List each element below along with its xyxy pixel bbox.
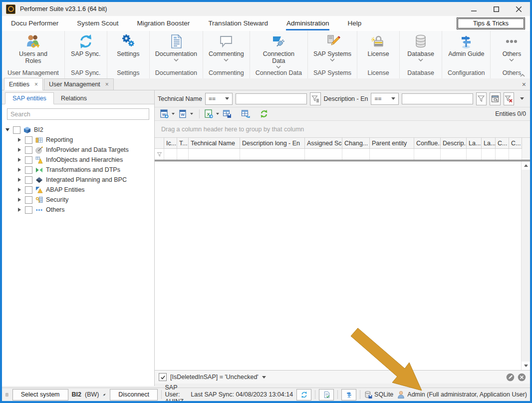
save-grid-layout-button[interactable]: [222, 108, 240, 119]
tree-checkbox[interactable]: [13, 126, 20, 134]
open-word-button[interactable]: [177, 108, 196, 119]
vertical-scrollbar[interactable]: [521, 161, 530, 370]
menu-item-translation-steward[interactable]: Translation Steward: [208, 17, 268, 30]
current-user-status[interactable]: Admin (Full administrator, Application U…: [397, 391, 527, 399]
filter-apply2-button[interactable]: [476, 92, 487, 105]
close-button[interactable]: [508, 2, 530, 16]
grid-filter-cell-assigned-sce[interactable]: [305, 149, 342, 160]
filter-value1-input[interactable]: [236, 93, 307, 104]
tabstrip-close-icon[interactable]: ×: [522, 80, 526, 88]
tree-item-infoprovider-and-data-targets[interactable]: InfoProvider and Data Targets: [2, 145, 154, 155]
database-status[interactable]: SQLite: [364, 391, 393, 399]
tips-and-tricks-button[interactable]: Tips & Tricks: [457, 17, 525, 29]
filter-value2-input[interactable]: [402, 93, 473, 104]
tree-checkbox[interactable]: [25, 146, 32, 154]
grid-filter-cell-description-long-en[interactable]: [240, 149, 305, 160]
ribbon-button-others[interactable]: Others Others: [491, 31, 532, 78]
grid-column-header-t[interactable]: T...: [177, 138, 189, 149]
tree-item-reporting[interactable]: Reporting: [2, 135, 154, 145]
grid-column-header-blank[interactable]: [155, 138, 164, 149]
ribbon-button-sap-systems[interactable]: SAP Systems SAP Systems: [308, 31, 357, 78]
export-excel-button[interactable]: [203, 108, 222, 119]
load-grid-layout-button[interactable]: [240, 108, 259, 119]
filter-dialog-button[interactable]: [490, 92, 500, 105]
chevron-down-icon[interactable]: [190, 113, 193, 115]
grid-filter-cell-chang[interactable]: [342, 149, 370, 160]
grid-filter-cell-technical-name[interactable]: [189, 149, 240, 160]
tree-expander-icon[interactable]: [18, 208, 21, 212]
tree-checkbox[interactable]: [25, 166, 32, 174]
filter-expression-chevron-icon[interactable]: [262, 376, 266, 379]
toolbar-separator[interactable]: [196, 108, 203, 119]
grid-filter-cell-c[interactable]: [496, 149, 509, 160]
group-by-bar[interactable]: Drag a column header here to group by th…: [155, 121, 530, 138]
grid-filter-cell-la[interactable]: [467, 149, 482, 160]
grid-column-header-c[interactable]: C...: [509, 138, 522, 149]
ribbon-button-license[interactable]: License License: [357, 31, 400, 78]
tree-checkbox[interactable]: [25, 206, 32, 214]
tree-expander-icon[interactable]: [18, 148, 21, 152]
menu-item-system-scout[interactable]: System Scout: [76, 17, 119, 30]
grid-column-header-assigned-sce[interactable]: Assigned Sce...: [305, 138, 342, 149]
tree-expander-icon[interactable]: [18, 158, 21, 162]
tree-checkbox[interactable]: [25, 156, 32, 164]
grid-body[interactable]: [155, 161, 530, 370]
grid-column-header-technical-name[interactable]: Technical Name: [189, 138, 240, 149]
export-word-button[interactable]: [159, 108, 177, 119]
grid-column-header-descrip[interactable]: Descrip...: [441, 138, 467, 149]
grid-column-header-ic[interactable]: Ic...: [164, 138, 177, 149]
document-tab-entities[interactable]: Entities ×: [4, 78, 43, 90]
ribbon-button-settings[interactable]: Settings Settings: [107, 31, 150, 78]
grid-filter-cell-c[interactable]: [509, 149, 522, 160]
ribbon-button-sap-sync[interactable]: SAP Sync. SAP Sync.: [65, 31, 107, 78]
tree-item-bi2[interactable]: BI2: [2, 125, 154, 135]
menu-item-migration-booster[interactable]: Migration Booster: [137, 17, 191, 30]
tree-expander-icon[interactable]: [18, 198, 21, 202]
grid-filter-cell-parent-entity[interactable]: [370, 149, 414, 160]
ribbon-button-users-and-roles[interactable]: Users and Roles User Management: [2, 31, 65, 78]
guide-button[interactable]: [341, 389, 356, 401]
refresh-grid-button[interactable]: [259, 108, 277, 119]
grid-column-header-description-long-en[interactable]: Description long - En: [240, 138, 305, 149]
close-filter-icon[interactable]: [518, 373, 526, 382]
tree-expander-icon[interactable]: [18, 168, 21, 172]
tree-expander-icon[interactable]: [18, 178, 21, 182]
grid-filter-cell-conflue[interactable]: [414, 149, 441, 160]
grid-filter-cell-blank[interactable]: [155, 149, 164, 160]
tree-item-infoobjects-and-hierarchies[interactable]: InfoObjects and Hierarchies: [2, 155, 154, 165]
chevron-down-icon[interactable]: [172, 113, 175, 115]
menu-item-administration[interactable]: Administration: [286, 17, 330, 30]
sync-now-button[interactable]: [296, 389, 311, 401]
clear-filter-button[interactable]: [504, 92, 514, 105]
tree-item-abap-entities[interactable]: ABAP Entities: [2, 185, 154, 195]
tab-close-icon[interactable]: ×: [34, 81, 38, 87]
tree-checkbox[interactable]: [25, 136, 32, 144]
grid-column-header-chang[interactable]: Chang...: [342, 138, 370, 149]
scroll-down-button[interactable]: [522, 362, 530, 370]
filter-enabled-checkbox[interactable]: [159, 373, 167, 381]
grid-filter-cell-descrip[interactable]: [441, 149, 467, 160]
scroll-up-button[interactable]: [522, 161, 530, 170]
chevron-down-icon[interactable]: [216, 113, 219, 115]
tree-expander-icon[interactable]: [18, 188, 21, 192]
tree-expander-icon[interactable]: [18, 138, 21, 142]
menu-item-help[interactable]: Help: [347, 17, 362, 30]
filter-operator2-select[interactable]: ==: [371, 93, 398, 105]
search-input[interactable]: [7, 108, 149, 120]
ribbon-button-connection-data[interactable]: Connection Data Connection Data: [250, 31, 308, 78]
ribbon-button-database[interactable]: Database Database: [400, 31, 442, 78]
grid-column-header-c[interactable]: C...: [496, 138, 509, 149]
filter-apply1-button[interactable]: [310, 92, 320, 105]
tree-expander-icon[interactable]: [5, 128, 9, 131]
ribbon-collapse-icon[interactable]: [520, 74, 525, 77]
disconnect-button[interactable]: Disconnect: [110, 389, 158, 401]
ribbon-button-admin-guide[interactable]: Admin Guide Configuration: [442, 31, 491, 78]
sync-log-button[interactable]: [319, 389, 334, 401]
tree-checkbox[interactable]: [25, 186, 32, 194]
ribbon-button-commenting[interactable]: Commenting Commenting: [203, 31, 250, 78]
tree-item-security[interactable]: Security: [2, 195, 154, 205]
menu-item-docu-performer[interactable]: Docu Performer: [10, 17, 59, 30]
grid-filter-cell-t[interactable]: [177, 149, 189, 160]
grid-filter-cell-ic[interactable]: [164, 149, 177, 160]
grid-column-header-la[interactable]: La...: [467, 138, 482, 149]
